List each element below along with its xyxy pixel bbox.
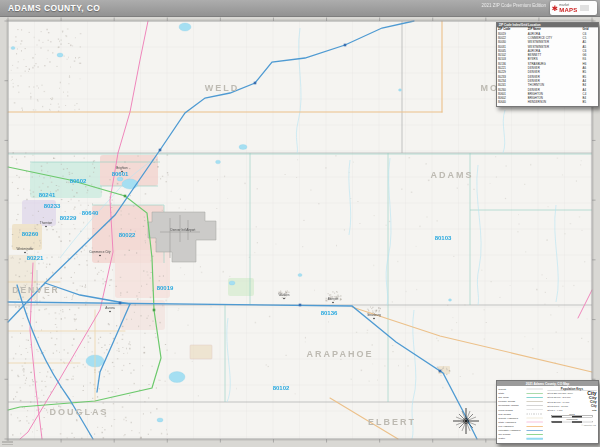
legend-item-label: Minor Roads: [498, 408, 526, 411]
legend-swatch-line: [526, 434, 543, 435]
population-key-label: Cities 20,000 - 64,999: [547, 401, 569, 403]
zip-index-table: ZIP Code Index/Grid Location ZIP CodeZIP…: [496, 22, 599, 107]
zip-code-label: 80229: [60, 215, 77, 221]
population-key-label: Cities 0 - 4,999: [547, 409, 562, 411]
city-label: Watkins: [279, 293, 290, 297]
city-marker: [283, 298, 285, 300]
legend-swatch-line: [526, 422, 543, 423]
legend-item-label: County Highways: [498, 416, 526, 419]
zip-code-label: 80019: [157, 285, 174, 291]
city-label: Strasburg: [367, 313, 381, 317]
zip-code-label: 80260: [22, 231, 39, 237]
corner-watermark: [2, 441, 13, 446]
zip-index-row: 80640HENDERSONB5: [497, 100, 598, 104]
zip-code-label: 80602: [70, 178, 87, 184]
map-page: WELDMORGANADAMSDENVERARAPAHOEDOUGLASELBE…: [0, 0, 600, 447]
legend-swatch-dash: [526, 414, 543, 415]
county-label-arapahoe: ARAPAHOE: [307, 349, 374, 359]
population-keys: Cities 250,000 and AboveCityCities 65,00…: [547, 391, 596, 412]
population-key-row: Cities 0 - 4,999City: [547, 408, 596, 412]
logo-star-icon: ✱: [552, 4, 558, 12]
grid-cell: B5: [582, 100, 598, 104]
title-bar: ADAMS COUNTY, CO 2021 ZIP Code Premium E…: [0, 0, 600, 17]
legend-swatch-line: [526, 397, 543, 398]
population-key-sample: City: [591, 404, 597, 407]
page-title: ADAMS COUNTY, CO: [8, 3, 100, 13]
legend-item-label: ZIP Code: [498, 396, 526, 399]
legend-item-label: State: [498, 392, 526, 395]
city-label: Aurora: [105, 306, 115, 310]
zip-code-label: 80640: [82, 210, 99, 216]
legend-item: Water: [498, 437, 545, 441]
population-key-label: Cities 5,000 - 19,999: [547, 405, 568, 407]
zip-code-label: 80233: [44, 203, 61, 209]
legend-swatch-line: [526, 405, 543, 406]
edition-label: 2021 ZIP Code Premium Edition: [436, 3, 546, 12]
copyright-text: © MarketMAPS: [547, 424, 596, 426]
city-marker: [332, 302, 334, 304]
legend-item-label: State Highways: [498, 421, 526, 424]
legend-item-label: County: [498, 388, 526, 391]
zip-name-cell: HENDERSON: [527, 100, 582, 104]
legend-item-label: Primary Roads: [498, 400, 526, 403]
kilometers-scale-bar: [552, 421, 593, 423]
city-label: Commerce City: [89, 250, 111, 254]
legend-item-label: US Highways: [498, 425, 526, 428]
city-label: Brighton: [116, 166, 128, 170]
legend-item-label: Water: [498, 437, 526, 440]
legend-swatch-fill: [526, 438, 543, 440]
zip-code-label: 80022: [119, 232, 136, 238]
zip-code-label: 80136: [321, 310, 338, 316]
population-key-sample: City: [590, 400, 597, 404]
population-key-sample: City: [592, 409, 597, 412]
county-label-adams: ADAMS: [431, 170, 474, 180]
city-marker: [373, 318, 375, 320]
legend-item-label: Toll Roads: [498, 433, 526, 436]
legend-swatch-line: [526, 430, 543, 431]
zip-code-label: 80102: [273, 385, 290, 391]
city-label: Westminster: [16, 247, 33, 251]
map-legend: 2021 Adams County, CO Map CountyStateZIP…: [496, 380, 599, 444]
zip-index-grid: ZIP CodeZIP NameGrid 80019AURORAC680022C…: [497, 27, 598, 104]
county-label-denver: DENVER: [12, 285, 59, 295]
population-key-label: Cities 250,000 and Above: [547, 392, 573, 394]
city-label: Bennett: [328, 297, 339, 301]
zip-code-label: 80221: [27, 255, 44, 261]
county-label-elbert: ELBERT: [368, 417, 416, 427]
county-label-douglas: DOUGLAS: [50, 407, 109, 417]
legend-item-label: Rail Roads: [498, 412, 526, 415]
zip-code-cell: 80640: [497, 100, 527, 104]
legend-swatch-line: [526, 389, 543, 390]
zip-code-label: 80103: [435, 235, 452, 241]
logo-brand: MAPS: [559, 7, 577, 13]
logo-detail-lines: [580, 6, 589, 11]
city-label: Thornton: [40, 221, 53, 225]
legend-swatch-line: [526, 409, 543, 410]
legend-swatch-line: [526, 393, 543, 394]
city-marker: [109, 311, 111, 313]
legend-swatch-line: [526, 401, 543, 402]
population-key-label: Cities 65,000 - 249,999: [547, 396, 570, 398]
county-label-weld: WELD: [205, 83, 240, 93]
zip-code-label: 80241: [39, 192, 56, 198]
city-marker: [45, 226, 47, 228]
legend-item-label: Secondary Roads: [498, 404, 526, 407]
city-marker: [99, 255, 101, 257]
legend-swatch-line: [526, 426, 543, 427]
city-marker: [24, 252, 26, 254]
legend-items: CountyStateZIP CodePrimary RoadsSecondar…: [498, 387, 545, 441]
city-label: Denver Intl Airport: [171, 228, 196, 232]
legend-item-label: Interstate Highways: [498, 429, 526, 432]
publisher-logo: ✱ market MAPS: [550, 1, 597, 15]
zip-code-label: 80601: [112, 171, 129, 177]
legend-swatch-line: [526, 418, 543, 419]
